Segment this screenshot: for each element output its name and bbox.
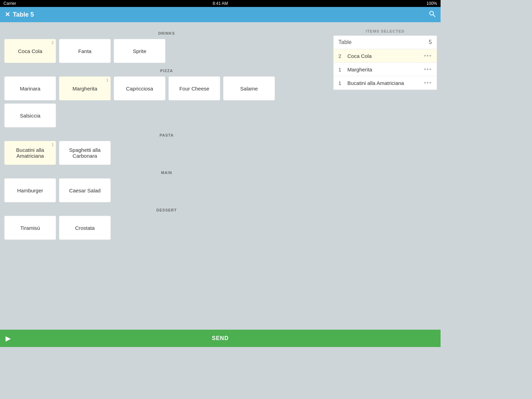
- table-row-header: Table 5: [334, 36, 437, 49]
- status-bar: Carrier 8:41 AM 100%: [0, 0, 441, 7]
- close-button[interactable]: ✕: [5, 11, 10, 18]
- menu-item-crostata[interactable]: Crostata: [59, 216, 111, 240]
- items-row-dessert: TiramisúCrostata: [3, 216, 330, 240]
- menu-item-sprite[interactable]: Sprite: [114, 39, 166, 63]
- badge-margherita: 1: [106, 78, 108, 82]
- order-panel: ITEMS SELECTED Table 5 2Coca Cola•••1Mar…: [333, 22, 441, 330]
- item-label-spaghetti: Spaghetti alla Carbonara: [59, 147, 110, 159]
- badge-coca-cola: 2: [52, 41, 54, 45]
- menu-section-pizza: PIZZAMarinara1MargheritaCapricciosaFour …: [3, 69, 330, 128]
- section-label-pizza: PIZZA: [3, 69, 330, 73]
- menu-item-coca-cola[interactable]: 2Coca Cola: [4, 39, 56, 63]
- order-item-0: 2Coca Cola•••: [334, 49, 437, 63]
- svg-line-1: [433, 15, 435, 17]
- battery-label: 100%: [426, 1, 437, 6]
- items-row-drinks: 2Coca ColaFantaSprite: [3, 39, 330, 63]
- menu-item-margherita[interactable]: 1Margherita: [59, 76, 111, 101]
- menu-item-hamburger[interactable]: Hamburger: [4, 178, 56, 202]
- menu-item-salsiccia[interactable]: Salsiccia: [4, 103, 56, 128]
- item-label-coca-cola: Coca Cola: [18, 48, 42, 54]
- order-name-1: Margherita: [347, 67, 420, 72]
- section-label-main: MAIN: [3, 171, 330, 175]
- order-qty-2: 1: [338, 80, 344, 86]
- table-number: 5: [429, 39, 432, 45]
- item-label-marinara: Marinara: [20, 86, 40, 92]
- item-label-caesar-salad: Caesar Salad: [69, 188, 101, 193]
- items-row-main: HamburgerCaesar Salad: [3, 178, 330, 202]
- send-bar[interactable]: ▶ SEND: [0, 330, 441, 347]
- menu-item-tiramisu[interactable]: Tiramisú: [4, 216, 56, 240]
- menu-item-salame[interactable]: Salame: [223, 76, 275, 101]
- menu-section-dessert: DESSERTTiramisúCrostata: [3, 208, 330, 240]
- item-label-salame: Salame: [240, 86, 258, 92]
- order-item-1: 1Margherita•••: [334, 63, 437, 76]
- order-more-2[interactable]: •••: [424, 80, 432, 86]
- items-row-pasta: 1Bucatini alla AmatricianaSpaghetti alla…: [3, 141, 330, 165]
- menu-item-fanta[interactable]: Fanta: [59, 39, 111, 63]
- nav-bar: ✕ Table 5: [0, 7, 441, 22]
- menu-section-pasta: PASTA1Bucatini alla AmatricianaSpaghetti…: [3, 133, 330, 165]
- search-button[interactable]: [429, 10, 436, 19]
- item-label-crostata: Crostata: [75, 225, 95, 231]
- section-label-dessert: DESSERT: [3, 208, 330, 212]
- item-label-bucatini: Bucatini alla Amatriciana: [5, 147, 56, 159]
- item-label-capricciosa: Capricciosa: [126, 86, 153, 92]
- nav-title: ✕ Table 5: [5, 11, 34, 18]
- order-items-list: 2Coca Cola•••1Margherita•••1Bucatini all…: [334, 49, 437, 90]
- menu-panel: DRINKS2Coca ColaFantaSpritePIZZAMarinara…: [0, 22, 333, 330]
- section-label-drinks: DRINKS: [3, 31, 330, 35]
- menu-item-caesar-salad[interactable]: Caesar Salad: [59, 178, 111, 202]
- menu-item-four-cheese[interactable]: Four Cheese: [168, 76, 220, 101]
- order-qty-0: 2: [338, 53, 344, 59]
- send-arrow-icon: ▶: [6, 334, 11, 342]
- order-name-0: Coca Cola: [347, 53, 420, 59]
- send-label: SEND: [212, 335, 229, 341]
- item-label-margherita: Margherita: [72, 86, 97, 92]
- menu-item-capricciosa[interactable]: Capricciosa: [114, 76, 166, 101]
- order-more-1[interactable]: •••: [424, 66, 432, 72]
- order-more-0[interactable]: •••: [424, 53, 432, 59]
- item-label-salsiccia: Salsiccia: [20, 113, 40, 119]
- table-title: Table 5: [13, 11, 34, 18]
- time-label: 8:41 AM: [213, 1, 228, 6]
- item-label-four-cheese: Four Cheese: [179, 86, 210, 92]
- section-label-pasta: PASTA: [3, 133, 330, 137]
- menu-item-marinara[interactable]: Marinara: [4, 76, 56, 101]
- item-label-sprite: Sprite: [133, 48, 146, 54]
- table-label: Table: [338, 39, 352, 45]
- order-qty-1: 1: [338, 67, 344, 72]
- menu-item-bucatini[interactable]: 1Bucatini alla Amatriciana: [4, 141, 56, 165]
- order-box: Table 5 2Coca Cola•••1Margherita•••1Buca…: [333, 35, 437, 90]
- items-row-pizza: Marinara1MargheritaCapricciosaFour Chees…: [3, 76, 330, 128]
- menu-section-main: MAINHamburgerCaesar Salad: [3, 171, 330, 202]
- items-selected-label: ITEMS SELECTED: [333, 26, 437, 35]
- menu-section-drinks: DRINKS2Coca ColaFantaSprite: [3, 31, 330, 63]
- carrier-label: Carrier: [3, 1, 16, 6]
- order-name-2: Bucatini alla Amatriciana: [347, 80, 420, 86]
- item-label-fanta: Fanta: [78, 48, 91, 54]
- item-label-hamburger: Hamburger: [17, 188, 43, 193]
- item-label-tiramisu: Tiramisú: [20, 225, 40, 231]
- badge-bucatini: 1: [52, 142, 54, 147]
- main-layout: DRINKS2Coca ColaFantaSpritePIZZAMarinara…: [0, 22, 441, 330]
- order-item-2: 1Bucatini alla Amatriciana•••: [334, 76, 437, 90]
- menu-item-spaghetti[interactable]: Spaghetti alla Carbonara: [59, 141, 111, 165]
